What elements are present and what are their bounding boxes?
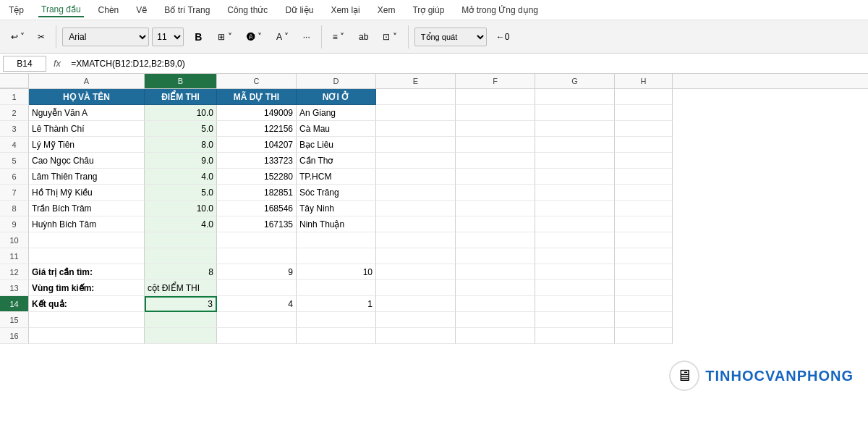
redo-button[interactable]: ✂ bbox=[33, 25, 50, 49]
cell-B14[interactable]: 3 bbox=[145, 296, 217, 312]
cell-G11[interactable] bbox=[535, 248, 615, 264]
cell-B13[interactable]: cột ĐIỂM THI bbox=[145, 280, 217, 296]
row-number-5[interactable]: 5 bbox=[0, 153, 29, 169]
cell-C14[interactable]: 4 bbox=[217, 296, 297, 312]
cell-A6[interactable]: Lâm Thiên Trang bbox=[29, 169, 145, 185]
row-number-3[interactable]: 3 bbox=[0, 121, 29, 137]
cell-C2[interactable]: 149009 bbox=[217, 105, 297, 121]
cell-D10[interactable] bbox=[297, 232, 376, 248]
cell-G5[interactable] bbox=[535, 153, 615, 169]
cell-E2[interactable] bbox=[376, 105, 456, 121]
cell-D11[interactable] bbox=[297, 248, 376, 264]
cell-F10[interactable] bbox=[456, 232, 535, 248]
menu-file[interactable]: Tệp bbox=[6, 4, 27, 17]
menu-formula[interactable]: Công thức bbox=[224, 4, 271, 17]
cell-G13[interactable] bbox=[535, 280, 615, 296]
cell-G9[interactable] bbox=[535, 216, 615, 232]
cell-C6[interactable]: 152280 bbox=[217, 169, 297, 185]
row-number-12[interactable]: 12 bbox=[0, 264, 29, 280]
cell-B9[interactable]: 4.0 bbox=[145, 216, 217, 232]
cell-C4[interactable]: 104207 bbox=[217, 137, 297, 153]
row-number-6[interactable]: 6 bbox=[0, 169, 29, 185]
cell-A1[interactable]: HỌ VÀ TÊN bbox=[29, 89, 145, 105]
cell-F5[interactable] bbox=[456, 153, 535, 169]
cell-F9[interactable] bbox=[456, 216, 535, 232]
cell-A15[interactable] bbox=[29, 312, 145, 328]
cell-D3[interactable]: Cà Mau bbox=[297, 121, 376, 137]
cell-C13[interactable] bbox=[217, 280, 297, 296]
cell-F2[interactable] bbox=[456, 105, 535, 121]
cell-D6[interactable]: TP.HCM bbox=[297, 169, 376, 185]
row-number-4[interactable]: 4 bbox=[0, 137, 29, 153]
align-button[interactable]: ≡ ˅ bbox=[328, 25, 349, 49]
cell-G16[interactable] bbox=[535, 328, 615, 344]
cell-A14[interactable]: Kết quả: bbox=[29, 296, 145, 312]
cell-B16[interactable] bbox=[145, 328, 217, 344]
cell-A13[interactable]: Vùng tìm kiếm: bbox=[29, 280, 145, 296]
cell-E7[interactable] bbox=[376, 185, 456, 201]
cell-F16[interactable] bbox=[456, 328, 535, 344]
cell-F8[interactable] bbox=[456, 201, 535, 216]
row-number-1[interactable]: 1 bbox=[0, 89, 29, 105]
cell-H8[interactable] bbox=[615, 201, 673, 216]
menu-help[interactable]: Trợ giúp bbox=[409, 4, 447, 17]
cell-H3[interactable] bbox=[615, 121, 673, 137]
cell-reference-input[interactable] bbox=[3, 56, 46, 72]
more-button[interactable]: ··· bbox=[298, 25, 315, 49]
col-header-E[interactable]: E bbox=[376, 74, 456, 88]
menu-open-app[interactable]: Mở trong Ứng dụng bbox=[459, 4, 541, 17]
cell-H2[interactable] bbox=[615, 105, 673, 121]
row-number-15[interactable]: 15 bbox=[0, 312, 29, 328]
cell-D4[interactable]: Bạc Liêu bbox=[297, 137, 376, 153]
wrap-button[interactable]: ab bbox=[354, 25, 373, 49]
cell-C3[interactable]: 122156 bbox=[217, 121, 297, 137]
cell-D7[interactable]: Sóc Trăng bbox=[297, 185, 376, 201]
cell-A8[interactable]: Trần Bích Trâm bbox=[29, 201, 145, 216]
menu-insert[interactable]: Chèn bbox=[95, 4, 122, 17]
menu-layout[interactable]: Bố trí Trang bbox=[161, 4, 213, 17]
cell-E10[interactable] bbox=[376, 232, 456, 248]
cell-D5[interactable]: Cần Thơ bbox=[297, 153, 376, 169]
cell-E16[interactable] bbox=[376, 328, 456, 344]
cell-H12[interactable] bbox=[615, 264, 673, 280]
cell-H7[interactable] bbox=[615, 185, 673, 201]
cell-E13[interactable] bbox=[376, 280, 456, 296]
cell-G6[interactable] bbox=[535, 169, 615, 185]
row-number-8[interactable]: 8 bbox=[0, 201, 29, 216]
cell-C10[interactable] bbox=[217, 232, 297, 248]
cell-A9[interactable]: Huỳnh Bích Tâm bbox=[29, 216, 145, 232]
cell-C16[interactable] bbox=[217, 328, 297, 344]
row-number-2[interactable]: 2 bbox=[0, 105, 29, 121]
cell-A7[interactable]: Hồ Thị Mỹ Kiều bbox=[29, 185, 145, 201]
merge-button[interactable]: ⊡ ˅ bbox=[378, 25, 401, 49]
cell-A5[interactable]: Cao Ngọc Châu bbox=[29, 153, 145, 169]
col-header-F[interactable]: F bbox=[456, 74, 535, 88]
cell-F12[interactable] bbox=[456, 264, 535, 280]
cell-D13[interactable] bbox=[297, 280, 376, 296]
bold-button[interactable]: B bbox=[188, 25, 208, 49]
cell-H10[interactable] bbox=[615, 232, 673, 248]
cell-E12[interactable] bbox=[376, 264, 456, 280]
cell-A16[interactable] bbox=[29, 328, 145, 344]
cell-H16[interactable] bbox=[615, 328, 673, 344]
cell-D9[interactable]: Ninh Thuận bbox=[297, 216, 376, 232]
indent-button[interactable]: ←0 bbox=[491, 25, 515, 49]
cell-B6[interactable]: 4.0 bbox=[145, 169, 217, 185]
cell-C9[interactable]: 167135 bbox=[217, 216, 297, 232]
cell-D15[interactable] bbox=[297, 312, 376, 328]
row-number-11[interactable]: 11 bbox=[0, 248, 29, 264]
cell-G7[interactable] bbox=[535, 185, 615, 201]
menu-review[interactable]: Xem lại bbox=[328, 4, 362, 17]
cell-C1[interactable]: MÃ DỰ THI bbox=[217, 89, 297, 105]
cell-A3[interactable]: Lê Thành Chí bbox=[29, 121, 145, 137]
cell-B5[interactable]: 9.0 bbox=[145, 153, 217, 169]
cell-H11[interactable] bbox=[615, 248, 673, 264]
cell-C7[interactable]: 182851 bbox=[217, 185, 297, 201]
row-number-10[interactable]: 10 bbox=[0, 232, 29, 248]
cell-B8[interactable]: 10.0 bbox=[145, 201, 217, 216]
cell-E3[interactable] bbox=[376, 121, 456, 137]
cell-G12[interactable] bbox=[535, 264, 615, 280]
cell-B3[interactable]: 5.0 bbox=[145, 121, 217, 137]
cell-H14[interactable] bbox=[615, 296, 673, 312]
cell-B7[interactable]: 5.0 bbox=[145, 185, 217, 201]
